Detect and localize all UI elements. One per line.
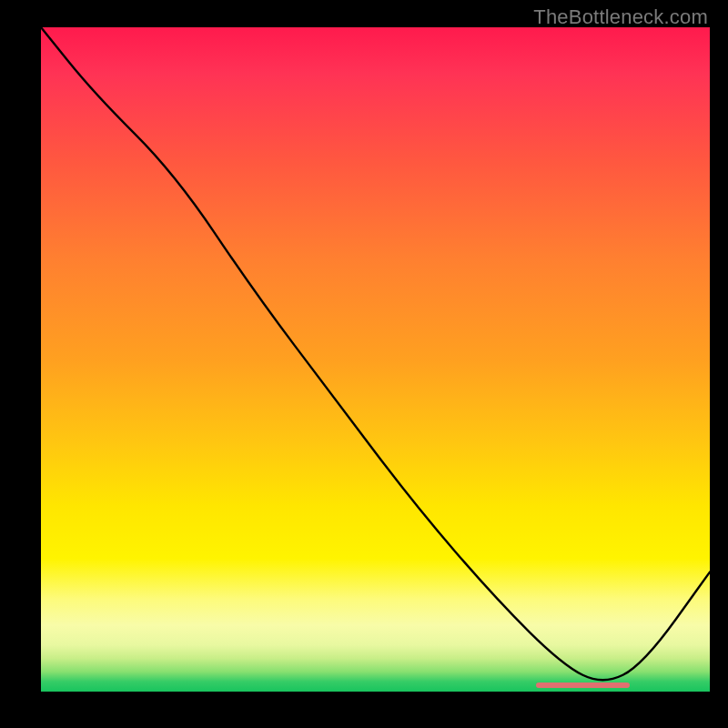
- plot-area: [41, 27, 710, 692]
- bottleneck-curve-path: [41, 27, 710, 680]
- highlight-band: [536, 682, 630, 688]
- attribution-label: TheBottleneck.com: [533, 5, 708, 29]
- line-series: [41, 27, 710, 692]
- chart-stage: TheBottleneck.com: [0, 0, 728, 728]
